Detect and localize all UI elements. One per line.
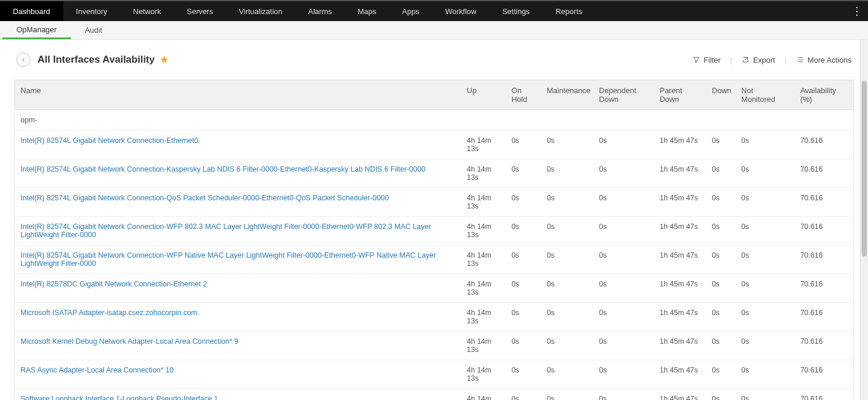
cell-nm: 0s (736, 331, 795, 360)
cell-par: 1h 45m 47s (653, 188, 706, 217)
cell-hold: 0s (506, 188, 541, 217)
cell-down: 0s (706, 274, 736, 303)
cell-down: 0s (706, 389, 736, 401)
nav-servers[interactable]: Servers (174, 1, 226, 21)
table-row[interactable]: Intel(R) 82574L Gigabit Network Connecti… (15, 245, 853, 274)
col-header[interactable]: Dependent Down (593, 80, 653, 110)
cell-par: 1h 45m 47s (653, 331, 706, 360)
cell-av: 70.616 (794, 274, 853, 303)
cell-up: 4h 14m 13s (461, 360, 506, 389)
cell-down: 0s (706, 188, 736, 217)
cell-name[interactable]: Intel(R) 82574L Gigabit Network Connecti… (15, 159, 461, 188)
col-header[interactable]: Up (461, 80, 506, 110)
table-row[interactable]: Intel(R) 82574L Gigabit Network Connecti… (15, 159, 853, 188)
cell-nm: 0s (736, 245, 795, 274)
col-header[interactable]: Name (15, 80, 461, 110)
cell-maint: 0s (541, 331, 593, 360)
cell-par: 1h 45m 47s (653, 360, 706, 389)
separator: | (730, 56, 731, 64)
cell-up: 4h 14m 13s (461, 245, 506, 274)
cell-name[interactable]: Intel(R) 82574L Gigabit Network Connecti… (15, 245, 461, 274)
subnav-audit[interactable]: Audit (71, 21, 117, 39)
table-row[interactable]: Intel(R) 82578DC Gigabit Network Connect… (15, 274, 853, 303)
cell-name[interactable]: Microsoft ISATAP Adapter-isatap.csez.zoh… (15, 303, 461, 331)
cell-name[interactable]: Intel(R) 82578DC Gigabit Network Connect… (15, 274, 461, 303)
interfaces-table: NameUpOn HoldMaintenanceDependent DownPa… (15, 80, 853, 400)
back-button[interactable] (16, 53, 30, 67)
filter-icon (692, 56, 700, 64)
top-nav: DashboardInventoryNetworkServersVirtuali… (0, 0, 868, 21)
table-row[interactable]: Intel(R) 82574L Gigabit Network Connecti… (15, 217, 853, 245)
more-actions-button[interactable]: More Actions (796, 56, 852, 64)
cell-name[interactable]: Intel(R) 82574L Gigabit Network Connecti… (15, 188, 461, 217)
nav-alarms[interactable]: Alarms (295, 1, 345, 21)
cell-down: 0s (706, 303, 736, 331)
cell-av: 70.616 (794, 159, 853, 188)
export-icon (741, 56, 750, 64)
cell-name[interactable]: Software Loopback Interface 1-Loopback P… (15, 389, 461, 401)
favorite-star-icon[interactable]: ★ (159, 53, 169, 66)
more-actions-label: More Actions (808, 56, 852, 64)
col-header[interactable]: Maintenance (541, 80, 593, 110)
nav-maps[interactable]: Maps (345, 1, 389, 21)
scrollbar-thumb[interactable] (862, 81, 867, 257)
cell-nm: 0s (736, 131, 795, 159)
list-icon (796, 56, 804, 64)
nav-workflow[interactable]: Workflow (433, 1, 489, 21)
nav-apps[interactable]: Apps (389, 1, 433, 21)
cell-hold: 0s (506, 360, 541, 389)
group-cell: opm- (15, 110, 853, 131)
table-row[interactable]: Microsoft ISATAP Adapter-isatap.csez.zoh… (15, 303, 853, 331)
export-button[interactable]: Export (741, 56, 775, 64)
nav-network[interactable]: Network (120, 1, 174, 21)
col-header[interactable]: Not Monitored (736, 80, 795, 110)
cell-down: 0s (706, 245, 736, 274)
more-menu-icon[interactable]: ⋮ (852, 1, 862, 21)
table-container: NameUpOn HoldMaintenanceDependent DownPa… (14, 80, 854, 400)
cell-par: 1h 45m 47s (653, 159, 706, 188)
cell-dep: 0s (593, 331, 653, 360)
nav-inventory[interactable]: Inventory (63, 1, 120, 21)
nav-virtualization[interactable]: Virtualization (226, 1, 295, 21)
cell-nm: 0s (736, 159, 795, 188)
cell-name[interactable]: Intel(R) 82574L Gigabit Network Connecti… (15, 131, 461, 159)
col-header[interactable]: Availability (%) (794, 80, 853, 110)
table-row[interactable]: Intel(R) 82574L Gigabit Network Connecti… (15, 131, 853, 159)
cell-hold: 0s (506, 389, 541, 401)
table-row[interactable]: Intel(R) 82574L Gigabit Network Connecti… (15, 188, 853, 217)
cell-av: 70.616 (794, 245, 853, 274)
nav-dashboard[interactable]: Dashboard (0, 1, 63, 21)
cell-down: 0s (706, 217, 736, 245)
filter-button[interactable]: Filter (692, 56, 721, 64)
cell-nm: 0s (736, 303, 795, 331)
cell-maint: 0s (541, 188, 593, 217)
col-header[interactable]: Parent Down (653, 80, 706, 110)
col-header[interactable]: On Hold (506, 80, 541, 110)
subnav-opmanager[interactable]: OpManager (2, 21, 71, 39)
table-row[interactable]: Software Loopback Interface 1-Loopback P… (15, 389, 853, 401)
cell-dep: 0s (593, 131, 653, 159)
cell-dep: 0s (593, 389, 653, 401)
cell-dep: 0s (593, 303, 653, 331)
scrollbar[interactable] (860, 40, 868, 400)
col-header[interactable]: Down (706, 80, 736, 110)
cell-hold: 0s (506, 274, 541, 303)
cell-name[interactable]: Intel(R) 82574L Gigabit Network Connecti… (15, 217, 461, 245)
page-header: All Interfaces Availability ★ Filter | E… (0, 40, 868, 74)
cell-up: 4h 14m 13s (461, 131, 506, 159)
cell-name[interactable]: Microsoft Kernel Debug Network Adapter-L… (15, 331, 461, 360)
table-row[interactable]: RAS Async Adapter-Local Area Connection*… (15, 360, 853, 389)
cell-up: 4h 14m 13s (461, 331, 506, 360)
cell-dep: 0s (593, 274, 653, 303)
cell-name[interactable]: RAS Async Adapter-Local Area Connection*… (15, 360, 461, 389)
nav-reports[interactable]: Reports (543, 1, 595, 21)
group-row[interactable]: opm- (15, 110, 853, 131)
cell-up: 4h 14m 13s (461, 188, 506, 217)
table-header-row: NameUpOn HoldMaintenanceDependent DownPa… (15, 80, 853, 110)
table-row[interactable]: Microsoft Kernel Debug Network Adapter-L… (15, 331, 853, 360)
cell-par: 1h 45m 47s (653, 274, 706, 303)
filter-label: Filter (704, 56, 721, 64)
cell-hold: 0s (506, 245, 541, 274)
nav-settings[interactable]: Settings (489, 1, 543, 21)
cell-par: 1h 45m 47s (653, 217, 706, 245)
